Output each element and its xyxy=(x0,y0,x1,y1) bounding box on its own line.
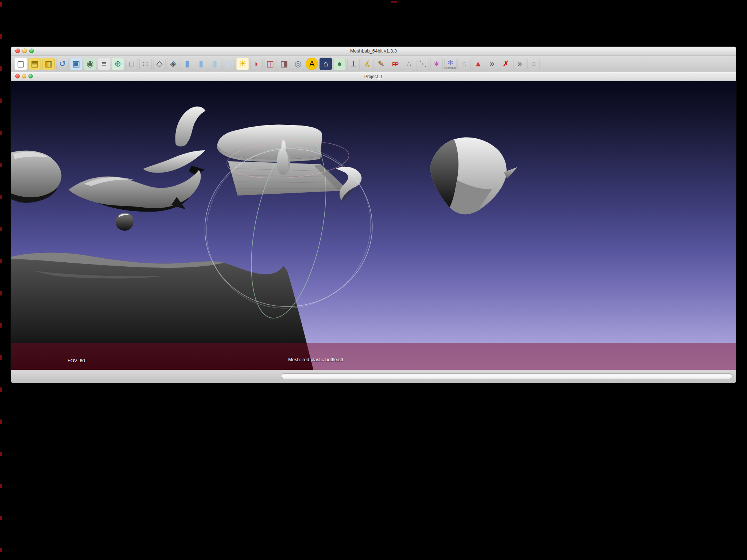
toolbar-overflow-icon-glyph: » xyxy=(490,60,494,68)
open-project-icon-glyph: ▤ xyxy=(31,60,39,68)
flat-render-icon-glyph: ▮ xyxy=(199,60,203,68)
new-project-icon[interactable]: ▢ xyxy=(15,58,27,70)
snapshot-icon[interactable]: ◉ xyxy=(84,58,96,70)
fancy-lighting-icon[interactable]: ◗ xyxy=(250,58,263,70)
video-artifact-left xyxy=(0,2,2,553)
reload-icon-glyph: ↺ xyxy=(59,60,66,68)
rect-select-icon-glyph: ◌ xyxy=(462,60,467,68)
open-project-icon[interactable]: ▤ xyxy=(28,58,41,70)
axis-icon[interactable]: ⊥ xyxy=(347,58,360,70)
toolbar-overflow2-icon[interactable]: » xyxy=(514,58,526,70)
colorize-icon-glyph: ∗ xyxy=(433,60,440,68)
points-render-icon[interactable]: ∷ xyxy=(139,58,152,70)
search-icon[interactable]: ○ xyxy=(527,58,540,70)
window-title: MeshLab_64bit v1.3.3 xyxy=(11,48,736,54)
delete-selected-icon-glyph: ✗ xyxy=(503,60,509,68)
snapshot-icon-glyph: ◉ xyxy=(86,60,93,68)
double-side-lighting-icon[interactable]: ◫ xyxy=(264,58,276,70)
flat-render-icon[interactable]: ▮ xyxy=(195,58,207,70)
delete-selected-icon[interactable]: ✗ xyxy=(500,58,512,70)
ssao-icon-glyph: ● xyxy=(337,60,342,68)
face-select-icon-glyph: ▲ xyxy=(474,60,482,68)
new-project-icon-glyph: ▢ xyxy=(17,60,25,68)
smooth-render-icon[interactable]: ▮ xyxy=(209,58,221,70)
smooth-render-icon-glyph: ▮ xyxy=(213,60,217,68)
project-titlebar[interactable]: Project_1 xyxy=(11,72,736,81)
pick-points-icon[interactable]: PP xyxy=(389,58,401,70)
hud-right: Mesh: red plastic bottle.stl Vertices: 2… xyxy=(288,345,343,370)
points-render-icon-glyph: ∷ xyxy=(143,60,148,68)
reference-icon-label: Reference xyxy=(445,67,456,69)
measuring-tool-icon[interactable]: ∡ xyxy=(361,58,374,70)
trackball-icon[interactable]: ◎ xyxy=(292,58,304,70)
paint-brush-icon-glyph: ✎ xyxy=(378,60,384,68)
rect-select-icon[interactable]: ◌ xyxy=(458,58,471,70)
vertex-select-icon[interactable]: ⋱ xyxy=(417,58,429,70)
globe-icon[interactable]: ⊕ xyxy=(112,58,124,70)
colorize-icon[interactable]: ∗ xyxy=(430,58,443,70)
backface-culling-icon-glyph: ◨ xyxy=(280,60,288,68)
wireframe-render-icon-glyph: ◇ xyxy=(156,60,163,68)
texture-render-icon[interactable]: ▮ xyxy=(222,58,235,70)
layers-icon-glyph: ≡ xyxy=(102,60,107,68)
bbox-render-icon-glyph: □ xyxy=(129,60,134,68)
layers-icon[interactable]: ≡ xyxy=(98,58,110,70)
shadow-mapping-icon-glyph: ⌂ xyxy=(323,60,328,68)
hidden-lines-render-icon-glyph: ◈ xyxy=(170,60,177,68)
flat-lines-render-icon[interactable]: ▮ xyxy=(181,58,193,70)
main-titlebar[interactable]: MeshLab_64bit v1.3.3 xyxy=(11,47,736,55)
face-select-icon[interactable]: ▲ xyxy=(472,58,484,70)
point-cloud-select-icon[interactable]: ∴ xyxy=(403,58,415,70)
flat-lines-render-icon-glyph: ▮ xyxy=(185,60,189,68)
toolbar: ▢▤▥↺▣◉≡⊕□∷◇◈▮▮▮▮☀◗◫◨◎A⌂●⊥∡✎PP∴⋱∗∗Referen… xyxy=(11,55,736,72)
bbox-render-icon[interactable]: □ xyxy=(125,58,138,70)
mesh-fragments-left xyxy=(11,107,205,231)
hud-left: FOV: 60 FPS: 30.7 xyxy=(67,346,90,370)
meshlab-window: MeshLab_64bit v1.3.3 ▢▤▥↺▣◉≡⊕□∷◇◈▮▮▮▮☀◗◫… xyxy=(11,47,736,383)
video-artifact-top xyxy=(391,1,397,3)
import-mesh-icon-glyph: ▥ xyxy=(45,60,53,68)
horizontal-scrollbar[interactable] xyxy=(281,373,732,379)
pick-points-icon-glyph: PP xyxy=(392,61,398,67)
ssao-icon[interactable]: ● xyxy=(333,58,346,70)
wireframe-render-icon[interactable]: ◇ xyxy=(153,58,166,70)
save-icon[interactable]: ▣ xyxy=(70,58,82,70)
ambient-occlusion-icon[interactable]: A xyxy=(306,58,318,70)
reference-icon[interactable]: ∗Reference xyxy=(444,58,457,70)
viewport-3d[interactable]: FOV: 60 FPS: 30.7 Mesh: red plastic bott… xyxy=(11,81,736,370)
shadow-mapping-icon[interactable]: ⌂ xyxy=(320,58,332,70)
trackball-icon-glyph: ◎ xyxy=(294,60,301,68)
fov-label: FOV: 60 xyxy=(67,358,90,364)
vertex-select-icon-glyph: ⋱ xyxy=(419,60,427,68)
globe-icon-glyph: ⊕ xyxy=(115,60,121,68)
reload-icon[interactable]: ↺ xyxy=(56,58,69,70)
save-icon-glyph: ▣ xyxy=(73,60,80,68)
search-icon-glyph: ○ xyxy=(531,60,536,68)
window-footer xyxy=(11,370,736,383)
light-icon-glyph: ☀ xyxy=(239,60,246,68)
ambient-occlusion-icon-glyph: A xyxy=(309,60,315,68)
paint-brush-icon[interactable]: ✎ xyxy=(375,58,387,70)
reference-icon-glyph: ∗ xyxy=(447,58,454,66)
point-cloud-select-icon-glyph: ∴ xyxy=(406,60,411,68)
measuring-tool-icon-glyph: ∡ xyxy=(364,60,371,68)
double-side-lighting-icon-glyph: ◫ xyxy=(267,60,274,68)
mesh-scene xyxy=(11,81,736,370)
light-icon[interactable]: ☀ xyxy=(236,58,249,70)
axis-icon-glyph: ⊥ xyxy=(350,60,357,68)
mesh-name-label: Mesh: red plastic bottle.stl xyxy=(288,357,343,363)
hidden-lines-render-icon[interactable]: ◈ xyxy=(167,58,179,70)
toolbar-overflow-icon[interactable]: » xyxy=(486,58,498,70)
project-title: Project_1 xyxy=(11,74,736,79)
import-mesh-icon[interactable]: ▥ xyxy=(42,58,55,70)
fancy-lighting-icon-glyph: ◗ xyxy=(254,60,259,68)
right-rock-mesh xyxy=(430,137,518,214)
backface-culling-icon[interactable]: ◨ xyxy=(278,58,290,70)
texture-render-icon-glyph: ▮ xyxy=(227,60,231,68)
hud-bar: FOV: 60 FPS: 30.7 Mesh: red plastic bott… xyxy=(11,343,736,370)
toolbar-overflow2-icon-glyph: » xyxy=(518,60,522,68)
